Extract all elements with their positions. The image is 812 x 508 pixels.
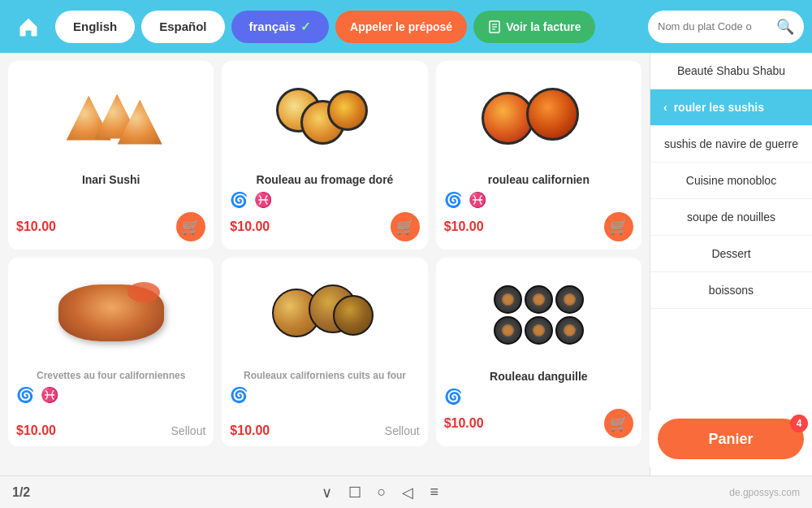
- cart-icon: 🛒: [182, 218, 200, 236]
- spicy-icon-shrimp: 🌀: [16, 386, 34, 404]
- panier-label: Panier: [708, 431, 753, 448]
- search-icon[interactable]: 🔍: [776, 18, 794, 36]
- sidebar-item-beaute[interactable]: Beauté Shabu Shabu: [650, 53, 812, 89]
- eel-piece-1: [494, 285, 522, 314]
- product-icons-cheese: 🌀 ♓: [230, 191, 419, 209]
- allergen-icon-shrimp: ♓: [41, 386, 58, 404]
- shrimp-tail: [127, 282, 160, 302]
- product-name-eel: Rouleau danguille: [444, 370, 633, 383]
- invoice-label: Voir la facture: [506, 20, 581, 33]
- product-card-eel: Rouleau danguille 🌀 $10.00 🛒: [436, 258, 641, 446]
- sidebar-item-dessert[interactable]: Dessert: [650, 236, 812, 272]
- eel-inner-3: [564, 293, 576, 306]
- checkmark-icon: ✓: [300, 20, 311, 34]
- product-image-inari: [16, 69, 205, 167]
- panier-container: Panier 4: [650, 410, 812, 467]
- roll-piece-3: [327, 90, 368, 131]
- product-price-eel: $10.00: [444, 416, 484, 431]
- search-input[interactable]: [658, 20, 771, 33]
- eel-inner-1: [502, 293, 514, 306]
- allergen-icon: ♓: [254, 191, 272, 209]
- spicy-icon-baked: 🌀: [230, 386, 248, 404]
- food-visual-eel: [494, 285, 584, 345]
- food-visual-cheese: [272, 84, 378, 153]
- search-box: 🔍: [648, 11, 804, 43]
- product-name-inari: Inari Sushi: [16, 173, 205, 186]
- product-card-cali-roll: rouleau californien 🌀 ♓ $10.00 🛒: [436, 61, 641, 250]
- product-footer-cali: $10.00 🛒: [444, 212, 633, 241]
- product-price-shrimp: $10.00: [16, 423, 56, 438]
- product-price-cheese: $10.00: [230, 219, 270, 234]
- home-button[interactable]: [8, 7, 49, 47]
- sidebar-item-rouler-label: rouler les sushis: [674, 101, 764, 114]
- product-image-cheese: [230, 69, 419, 167]
- product-icons-shrimp: 🌀 ♓: [16, 386, 205, 404]
- product-content: Inari Sushi $10.00 🛒 Rouleau: [0, 53, 650, 508]
- language-french-button[interactable]: français ✓: [231, 11, 330, 43]
- call-label: Appeler le préposé: [350, 20, 452, 33]
- product-footer-inari: $10.00 🛒: [16, 212, 205, 241]
- eel-piece-5: [525, 316, 553, 345]
- sidebar-item-soupe[interactable]: soupe de nouilles: [650, 199, 812, 236]
- eel-piece-2: [525, 285, 553, 314]
- product-card-cheese-roll: Rouleau au fromage doré 🌀 ♓ $10.00 🛒: [222, 61, 427, 250]
- view-invoice-button[interactable]: Voir la facture: [473, 11, 595, 43]
- panier-badge: 4: [790, 415, 808, 432]
- cart-icon-eel: 🛒: [610, 415, 628, 432]
- panier-button[interactable]: Panier 4: [658, 419, 804, 459]
- product-image-shrimp: [16, 266, 205, 363]
- nav-chevron-down[interactable]: ∨: [322, 484, 332, 501]
- call-staff-button[interactable]: Appeler le préposé: [335, 11, 467, 43]
- eel-inner-2: [533, 293, 545, 306]
- product-price-inari: $10.00: [16, 219, 56, 234]
- spicy-icon: 🌀: [230, 191, 248, 209]
- nav-icons: ∨ ☐ ○ ◁ ≡: [322, 484, 438, 501]
- product-name-cali: rouleau californien: [444, 173, 633, 186]
- baked-roll-3: [333, 295, 374, 336]
- nav-square[interactable]: ☐: [348, 484, 361, 501]
- bottom-bar: 1/2 ∨ ☐ ○ ◁ ≡ de.gpossys.com: [0, 475, 812, 508]
- add-to-cart-eel[interactable]: 🛒: [604, 409, 633, 438]
- sellout-label-shrimp: Sellout: [171, 424, 206, 437]
- nav-menu[interactable]: ≡: [430, 484, 438, 501]
- header: English Español français ✓ Appeler le pr…: [0, 0, 812, 53]
- product-footer-eel: $10.00 🛒: [444, 409, 633, 438]
- product-image-eel: [444, 266, 633, 363]
- product-grid: Inari Sushi $10.00 🛒 Rouleau: [8, 61, 641, 446]
- page-indicator: 1/2: [12, 485, 30, 500]
- spicy-icon-cali: 🌀: [444, 191, 462, 209]
- sellout-label-baked: Sellout: [385, 424, 420, 437]
- food-visual-inari: [63, 88, 160, 149]
- product-footer-baked: $10.00 Sellout: [230, 423, 419, 438]
- product-price-baked: $10.00: [230, 423, 270, 438]
- product-icons-cali: 🌀 ♓: [444, 191, 633, 209]
- nav-circle[interactable]: ○: [378, 484, 387, 501]
- eel-piece-3: [555, 285, 584, 314]
- add-to-cart-cheese[interactable]: 🛒: [391, 212, 420, 241]
- language-english-button[interactable]: English: [55, 11, 135, 43]
- food-visual-shrimp: [54, 280, 168, 350]
- eel-piece-4: [494, 316, 522, 345]
- language-spanish-button[interactable]: Español: [141, 11, 224, 43]
- eel-piece-6: [555, 316, 584, 345]
- sidebar-item-rouler[interactable]: ‹ rouler les sushis: [650, 89, 812, 126]
- eel-inner-5: [533, 324, 545, 336]
- add-to-cart-cali[interactable]: 🛒: [604, 212, 633, 241]
- product-name-baked: Rouleaux californiens cuits au four: [230, 370, 419, 381]
- cart-icon: 🛒: [610, 218, 628, 236]
- product-image-baked: [230, 266, 419, 363]
- nav-triangle[interactable]: ◁: [402, 484, 413, 501]
- product-icons-eel: 🌀: [444, 388, 633, 406]
- sidebar-item-cuisine[interactable]: Cuisine monobloc: [650, 163, 812, 199]
- add-to-cart-inari[interactable]: 🛒: [176, 212, 205, 241]
- french-label: français: [249, 20, 296, 33]
- product-icons-baked: 🌀: [230, 386, 419, 404]
- food-visual-cali: [482, 84, 595, 153]
- product-name-shrimp: Crevettes au four californiennes: [16, 370, 205, 381]
- sidebar-item-boissons[interactable]: boissons: [650, 272, 812, 309]
- eel-inner-4: [502, 324, 514, 336]
- eel-inner-6: [564, 324, 576, 336]
- chevron-left-icon: ‹: [663, 101, 667, 114]
- spicy-icon-eel: 🌀: [444, 388, 462, 406]
- sidebar-item-navire[interactable]: sushis de navire de guerre: [650, 126, 812, 163]
